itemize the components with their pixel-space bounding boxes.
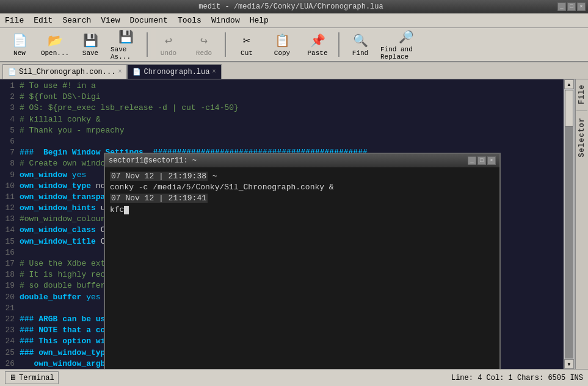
term-date-1: 07 Nov 12 | 21:19:38 <box>110 172 208 181</box>
menu-bar: File Edit Search View Document Tools Win… <box>0 13 588 28</box>
tab-s1l-icon: 📄 <box>8 68 16 76</box>
status-position: Line: 4 Col: 1 Chars: 6505 INS <box>451 374 583 382</box>
menu-search[interactable]: Search <box>57 15 96 26</box>
status-left: 🖥 Terminal <box>5 371 59 384</box>
toolbar: 📄 New 📂 Open... 💾 Save 💾 Save As... ↩ Un… <box>0 28 588 62</box>
term-date-2: 07 Nov 12 | 21:19:41 <box>110 194 208 203</box>
open-icon: 📂 <box>48 33 63 48</box>
line-2: 2 # ${font DS\-Digi <box>0 92 564 103</box>
scroll-down-button[interactable]: ▼ <box>564 359 574 369</box>
copy-icon: 📋 <box>275 33 290 48</box>
tab-chronograph-close[interactable]: × <box>212 68 216 75</box>
line-6: 6 <box>0 136 564 147</box>
scroll-up-button[interactable]: ▲ <box>564 79 574 89</box>
menu-file[interactable]: File <box>0 15 29 26</box>
redo-label: Redo <box>196 49 212 57</box>
new-label: New <box>13 49 26 57</box>
terminal-cursor <box>124 206 129 214</box>
tab-s1l-close[interactable]: × <box>118 68 122 75</box>
line-5: 5 # Thank you - mrpeachy <box>0 125 564 136</box>
terminal-minimize-button[interactable]: _ <box>468 156 476 165</box>
menu-window[interactable]: Window <box>206 15 245 26</box>
toolbar-separator-1 <box>147 32 148 57</box>
scroll-track[interactable] <box>565 90 573 359</box>
vertical-scrollbar[interactable]: ▲ ▼ <box>564 79 575 369</box>
find-button[interactable]: 🔍 Find <box>343 30 377 59</box>
line-1: 1 # To use #! in a <box>0 81 564 92</box>
paste-icon: 📌 <box>310 33 325 48</box>
save-label: Save <box>82 49 98 57</box>
terminal-window: sector11@sector11: ~ _ □ × 07 Nov 12 | 2… <box>104 153 501 369</box>
save-icon: 💾 <box>83 33 98 48</box>
term-line-1: 07 Nov 12 | 21:19:38 ~ <box>110 171 495 182</box>
new-icon: 📄 <box>12 33 27 48</box>
save-as-button[interactable]: 💾 Save As... <box>109 30 143 59</box>
terminal-icon: 🖥 <box>9 373 16 382</box>
find-replace-button[interactable]: 🔎 Find and Replace <box>379 30 434 59</box>
menu-view[interactable]: View <box>96 15 125 26</box>
redo-icon: ↪ <box>200 33 208 48</box>
editor-container: 1 # To use #! in a 2 # ${font DS\-Digi 3… <box>0 79 588 369</box>
file-selector-label2[interactable]: Selector <box>578 112 586 162</box>
terminal-close-button[interactable]: × <box>487 156 496 165</box>
tab-chronograph-icon: 📄 <box>132 68 141 76</box>
file-selector-divider <box>576 111 587 111</box>
cut-icon: ✂ <box>243 33 250 48</box>
cut-label: Cut <box>241 49 253 57</box>
toolbar-separator-2 <box>225 32 226 57</box>
redo-button[interactable]: ↪ Redo <box>187 30 221 59</box>
close-button[interactable]: × <box>577 2 586 11</box>
tab-chronograph[interactable]: 📄 Chronograph.lua × <box>127 64 221 79</box>
window-controls[interactable]: _ □ × <box>557 2 588 11</box>
file-selector-panel: File Selector <box>575 79 588 369</box>
find-replace-label: Find and Replace <box>380 46 432 60</box>
undo-label: Undo <box>161 49 176 57</box>
copy-button[interactable]: 📋 Copy <box>265 30 299 59</box>
menu-help[interactable]: Help <box>245 15 274 26</box>
terminal-body[interactable]: 07 Nov 12 | 21:19:38 ~ conky -c /media/5… <box>105 167 499 369</box>
term-line-2: conky -c /media/5/Conky/S1l_Chronograph.… <box>110 182 495 193</box>
file-selector-label1[interactable]: File <box>578 79 586 109</box>
status-bar: 🖥 Terminal Line: 4 Col: 1 Chars: 6505 IN… <box>0 369 588 386</box>
terminal-title-text: sector11@sector11: ~ <box>109 156 197 165</box>
terminal-button[interactable]: 🖥 Terminal <box>5 371 59 384</box>
copy-label: Copy <box>274 49 290 57</box>
undo-button[interactable]: ↩ Undo <box>151 30 186 59</box>
terminal-label: Terminal <box>19 374 54 382</box>
terminal-title-bar: sector11@sector11: ~ _ □ × <box>105 154 499 167</box>
save-as-label: Save As... <box>111 46 141 60</box>
minimize-button[interactable]: _ <box>557 2 566 11</box>
cut-button[interactable]: ✂ Cut <box>230 30 264 59</box>
menu-edit[interactable]: Edit <box>29 15 57 26</box>
terminal-maximize-button[interactable]: □ <box>477 156 486 165</box>
term-line-3: 07 Nov 12 | 21:19:41 <box>110 193 495 204</box>
title-bar: medit - /media/5/Conky/LUA/Chronograph.l… <box>0 0 588 13</box>
line-3: 3 # OS: ${pre_exec lsb_release -d | cut … <box>0 103 564 114</box>
maximize-button[interactable]: □ <box>567 2 576 11</box>
tab-s1l[interactable]: 📄 S1l_Chronograph.con... × <box>2 64 127 79</box>
line-4: 4 # killall conky & <box>0 114 564 125</box>
term-line-4: kfc <box>110 205 495 216</box>
find-icon: 🔍 <box>353 33 368 48</box>
tab-s1l-label: S1l_Chronograph.con... <box>19 68 115 76</box>
paste-label: Paste <box>307 49 327 57</box>
scroll-thumb[interactable] <box>565 90 573 126</box>
paste-button[interactable]: 📌 Paste <box>300 30 335 59</box>
save-as-icon: 💾 <box>118 29 134 45</box>
find-label: Find <box>352 49 368 57</box>
menu-tools[interactable]: Tools <box>173 15 206 26</box>
toolbar-separator-3 <box>338 32 339 57</box>
open-button[interactable]: 📂 Open... <box>38 30 72 59</box>
window-title: medit - /media/5/Conky/LUA/Chronograph.l… <box>24 2 557 11</box>
new-button[interactable]: 📄 New <box>2 30 37 59</box>
terminal-controls[interactable]: _ □ × <box>468 156 496 165</box>
find-replace-icon: 🔎 <box>399 29 414 45</box>
main-area: 1 # To use #! in a 2 # ${font DS\-Digi 3… <box>0 79 588 369</box>
tab-chronograph-label: Chronograph.lua <box>143 68 209 76</box>
tab-bar: 📄 S1l_Chronograph.con... × 📄 Chronograph… <box>0 62 588 79</box>
undo-icon: ↩ <box>165 33 172 48</box>
save-button[interactable]: 💾 Save <box>73 30 107 59</box>
menu-document[interactable]: Document <box>125 15 172 26</box>
open-label: Open... <box>41 49 69 57</box>
